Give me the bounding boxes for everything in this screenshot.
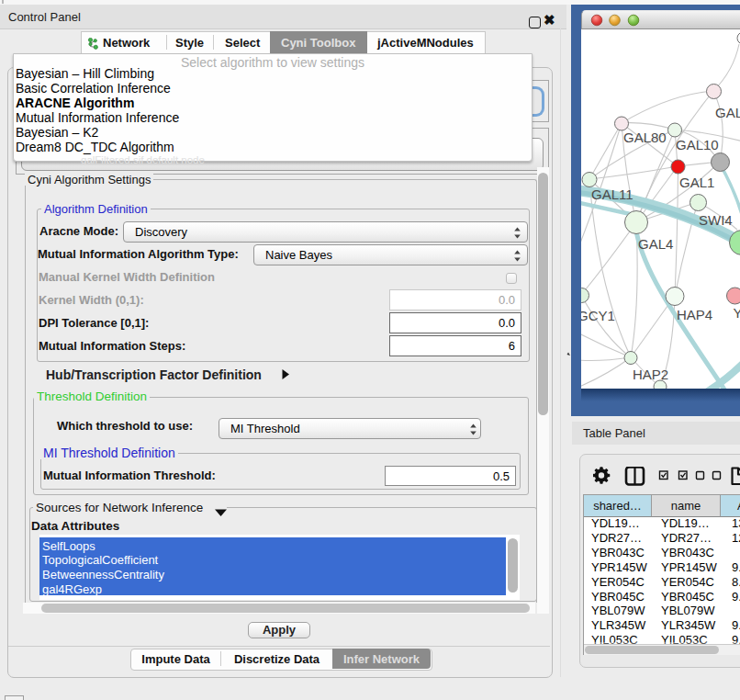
- svg-text:GAL80: GAL80: [623, 130, 667, 145]
- svg-text:GAL1: GAL1: [679, 175, 714, 190]
- svg-text:HAP4: HAP4: [677, 307, 712, 322]
- svg-text:SWI4: SWI4: [699, 212, 733, 228]
- svg-text:GAL7: GAL7: [715, 105, 740, 120]
- svg-text:GAL10: GAL10: [676, 137, 719, 152]
- svg-text:Y: Y: [734, 305, 740, 321]
- svg-text:GAL4: GAL4: [638, 236, 673, 252]
- svg-text:GCY1: GCY1: [581, 308, 615, 323]
- svg-text:HAP2: HAP2: [633, 367, 668, 382]
- svg-text:GAL11: GAL11: [591, 186, 633, 202]
